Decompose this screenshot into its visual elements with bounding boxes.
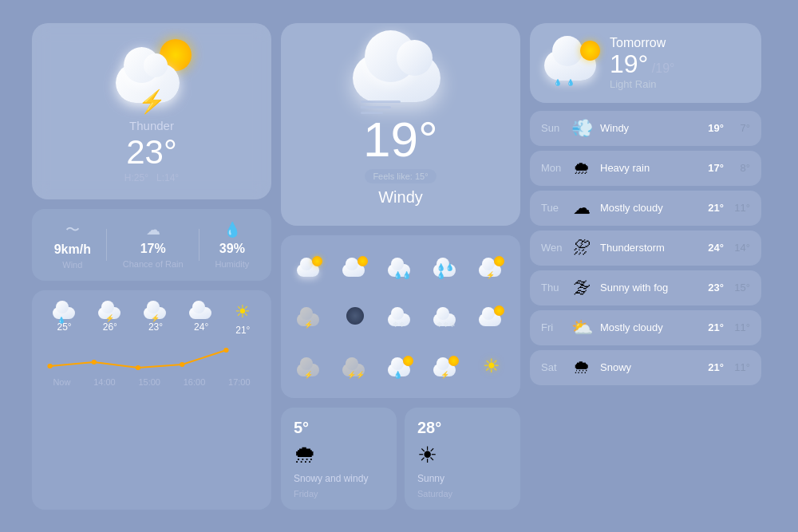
lo-sat: 11°: [730, 361, 750, 373]
time-1500: 15:00: [138, 377, 160, 387]
hi-wen: 24°: [700, 242, 724, 254]
cond-tue: Mostly cloudy: [600, 202, 693, 214]
hourly-icon-1600: [189, 301, 213, 319]
time-1400: 14:00: [93, 377, 116, 387]
cond-thu: Sunny with fog: [600, 282, 693, 294]
svg-point-4: [223, 348, 228, 353]
grid-icon-sun: ☀: [483, 355, 500, 377]
current-temp: 23°: [126, 136, 177, 169]
current-weather-card: ⚡ Thunder 23° H:25° L:14°: [32, 23, 271, 199]
forecast-row-tue: Tue ☁ Mostly cloudy 21° 11°: [530, 191, 761, 226]
right-column: 💧 💧 Tomorrow 19° /19° Light Rain Sun 💨 W…: [530, 23, 761, 510]
tomorrow-info: Tomorrow 19° /19° Light Rain: [610, 36, 747, 90]
icon-tue-row: ☁: [570, 198, 594, 219]
day-mon: Mon: [541, 162, 563, 174]
hourly-temp-1500: 23°: [148, 321, 163, 333]
svg-point-0: [47, 364, 52, 368]
weekly-forecast-list: Sun 💨 Windy 19° 7° Mon 🌧 Heavy rain 17° …: [530, 111, 761, 510]
friday-condition: Snowy and windy: [294, 473, 368, 484]
icon-sat-row: 🌨: [570, 357, 594, 378]
large-cloud-body: [353, 54, 440, 102]
grid-icon-13: ⚡: [433, 356, 459, 376]
divider-1: [106, 229, 107, 261]
current-condition: Thunder: [129, 119, 174, 132]
wind-stat: 〜 9km/h Wind: [54, 220, 91, 270]
hi-thu: 23°: [700, 282, 724, 294]
main-temp: 19°: [363, 115, 438, 164]
forecast-row-thu: Thu 🌫 Sunny with fog 23° 15°: [530, 270, 761, 305]
cloud-small-icon: ☁: [146, 221, 160, 238]
rain-stat: ☁ 17% Chance of Rain: [123, 221, 184, 269]
wind-line-3: [361, 112, 383, 114]
grid-icon-2: [342, 256, 368, 277]
grid-icon-5: ⚡: [479, 256, 504, 277]
lo-mon: 8°: [730, 162, 750, 174]
wind-line-2: [361, 106, 391, 108]
day-sun: Sun: [541, 122, 563, 134]
tomorrow-temp: 19°: [610, 49, 648, 78]
hi-sun: 19°: [700, 122, 724, 134]
icon-thu-row: 🌫: [570, 278, 594, 298]
grid-icon-8: ❄❄❄: [433, 305, 459, 326]
tmr-rain-drops: 💧 💧: [554, 79, 575, 86]
rain-label: Chance of Rain: [123, 259, 184, 269]
divider-2: [199, 229, 200, 261]
hourly-item-1500: ⚡ 23°: [144, 301, 168, 336]
grid-icon-7: ❄❄: [388, 305, 413, 326]
lo-wen: 14°: [730, 242, 750, 254]
lo-tue: 11°: [730, 202, 750, 214]
hourly-icon-1500: ⚡: [144, 301, 168, 319]
day-fri: Fri: [541, 321, 563, 333]
hourly-item-1400: ⚡ 26°: [98, 301, 122, 336]
lo-sun: 7°: [730, 122, 750, 134]
humidity-value: 39%: [219, 242, 245, 256]
wind-line-1: [361, 100, 401, 103]
middle-column: 19° Feels like: 15° Windy: [281, 23, 520, 510]
icon-fri-row: ⛅: [570, 317, 594, 338]
hi-mon: 17°: [700, 162, 724, 174]
hourly-times: Now 14:00 15:00 16:00 17:00: [41, 377, 262, 387]
wind-icon: 〜: [65, 220, 80, 239]
feels-like-badge: Feels like: 15°: [365, 169, 436, 183]
lightning-icon: ⚡: [138, 89, 166, 115]
forecast-friday-card: 5° 🌨 Snowy and windy Friday: [281, 408, 397, 510]
wind-value: 9km/h: [54, 242, 91, 257]
tomorrow-card: 💧 💧 Tomorrow 19° /19° Light Rain: [530, 23, 761, 103]
weather-icons-grid: 💧💧 💧💧💧 ⚡ ⚡: [281, 235, 520, 398]
humidity-stat: 💧 39% Humidity: [215, 221, 249, 269]
day-thu: Thu: [541, 282, 563, 294]
forecast-row-fri: Fri ⛅ Mostly cloudy 21° 11°: [530, 310, 761, 345]
friday-day: Friday: [294, 489, 318, 499]
hourly-forecast-card: 💧 25° ⚡ 26° ⚡: [32, 290, 271, 510]
time-1600: 16:00: [184, 377, 206, 387]
forecast-row-sat: Sat 🌨 Snowy 21° 11°: [530, 350, 761, 385]
hourly-temp-1400: 26°: [103, 321, 117, 333]
tomorrow-label: Tomorrow: [610, 36, 747, 50]
humidity-icon: 💧: [223, 221, 241, 238]
left-column: ⚡ Thunder 23° H:25° L:14° 〜 9km/h Wind ☁…: [32, 23, 271, 510]
cond-fri: Mostly cloudy: [600, 321, 693, 333]
hourly-temp-1600: 24°: [194, 321, 208, 333]
grid-icon-12: 💧: [388, 356, 413, 376]
day-sat: Sat: [541, 361, 563, 373]
wind-label: Wind: [62, 260, 82, 270]
humidity-label: Humidity: [215, 259, 249, 269]
time-1700: 17:00: [228, 377, 251, 387]
grid-icon-11: ⚡⚡: [342, 356, 368, 376]
forecast-row-wen: Wen ⛈ Thunderstorm 24° 14°: [530, 231, 761, 266]
cond-wen: Thunderstorm: [600, 242, 693, 254]
hourly-icon-1700: ☀: [235, 301, 251, 322]
saturday-condition: Sunny: [417, 473, 444, 484]
grid-icon-6: ⚡: [297, 305, 322, 326]
icon-sun-row: 💨: [570, 118, 594, 139]
rain-value: 17%: [140, 242, 166, 256]
day-wen: Wen: [541, 242, 563, 254]
tmr-sun-icon: [580, 41, 600, 61]
hi-sat: 21°: [700, 361, 724, 373]
hourly-chart: [41, 342, 262, 374]
windy-cloud-icon: [353, 42, 448, 102]
svg-point-3: [180, 362, 184, 367]
main-condition: Windy: [378, 188, 423, 207]
lo-fri: 11°: [730, 321, 750, 333]
grid-icon-10: ⚡: [297, 356, 322, 376]
